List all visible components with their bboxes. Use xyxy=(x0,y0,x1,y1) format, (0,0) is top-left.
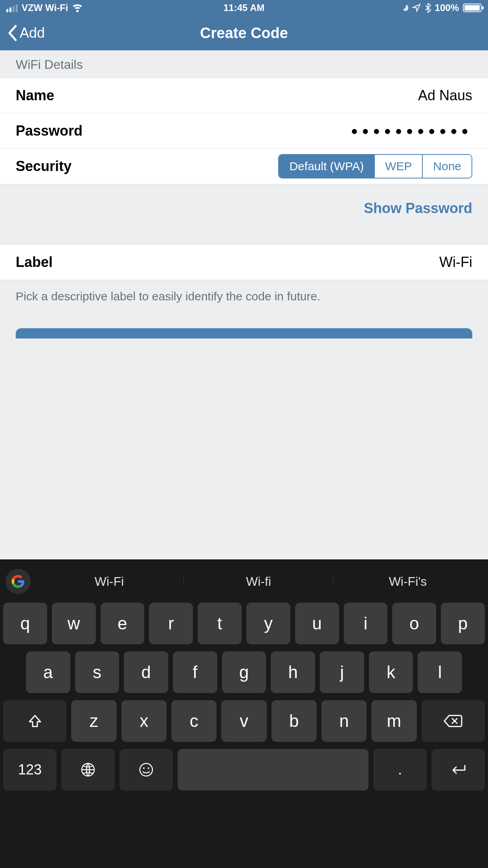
suggestion-2[interactable]: Wi-fi xyxy=(184,574,333,589)
label-help-text: Pick a descriptive label to easily ident… xyxy=(0,280,488,328)
key-k[interactable]: k xyxy=(369,651,413,693)
battery-percent: 100% xyxy=(435,2,459,13)
location-icon xyxy=(412,4,421,12)
keyboard-row-1: qwertyuiop xyxy=(3,603,485,644)
create-button[interactable] xyxy=(16,328,472,338)
name-label: Name xyxy=(16,87,54,104)
key-e[interactable]: e xyxy=(101,603,145,644)
key-q[interactable]: q xyxy=(3,603,47,644)
security-row: Security Default (WPA) WEP None xyxy=(0,149,488,184)
label-row[interactable]: Label Wi-Fi xyxy=(0,245,488,280)
name-value: Ad Naus xyxy=(418,87,472,104)
battery-icon xyxy=(463,4,482,12)
numbers-key[interactable]: 123 xyxy=(3,749,57,791)
key-x[interactable]: x xyxy=(121,700,167,742)
password-label: Password xyxy=(16,123,83,139)
bluetooth-icon xyxy=(425,3,431,13)
wifi-icon xyxy=(72,4,83,12)
chevron-left-icon xyxy=(7,24,18,42)
key-u[interactable]: u xyxy=(295,603,339,644)
google-icon[interactable] xyxy=(6,569,31,594)
key-l[interactable]: l xyxy=(418,651,462,693)
key-r[interactable]: r xyxy=(149,603,193,644)
security-option-none[interactable]: None xyxy=(422,155,471,178)
key-p[interactable]: p xyxy=(441,603,485,644)
key-d[interactable]: d xyxy=(124,651,168,693)
enter-key[interactable] xyxy=(431,749,485,791)
password-row[interactable]: Password ●●●●●●●●●●● xyxy=(0,113,488,149)
key-m[interactable]: m xyxy=(371,700,416,742)
password-value: ●●●●●●●●●●● xyxy=(351,124,472,138)
svg-point-1 xyxy=(140,763,152,776)
keyboard-row-4: 123 . xyxy=(3,749,485,791)
cell-signal-icon xyxy=(6,4,18,12)
keyboard: Wi-Fi Wi-fi Wi-Fi's qwertyuiop asdfghjkl… xyxy=(0,559,488,868)
back-button[interactable]: Add xyxy=(0,24,45,42)
key-s[interactable]: s xyxy=(75,651,119,693)
name-row[interactable]: Name Ad Naus xyxy=(0,78,488,113)
backspace-key[interactable] xyxy=(422,700,485,742)
svg-point-3 xyxy=(148,767,149,769)
key-h[interactable]: h xyxy=(271,651,315,693)
key-v[interactable]: v xyxy=(221,700,266,742)
key-n[interactable]: n xyxy=(321,700,367,742)
period-key[interactable]: . xyxy=(373,749,427,791)
suggestion-bar: Wi-Fi Wi-fi Wi-Fi's xyxy=(0,563,488,600)
key-a[interactable]: a xyxy=(26,651,70,693)
security-option-wpa[interactable]: Default (WPA) xyxy=(279,155,374,178)
shift-key[interactable] xyxy=(3,700,66,742)
security-label: Security xyxy=(16,158,72,175)
security-option-wep[interactable]: WEP xyxy=(374,155,422,178)
page-title: Create Code xyxy=(200,25,288,42)
show-password-link[interactable]: Show Password xyxy=(364,200,472,216)
security-segmented: Default (WPA) WEP None xyxy=(278,154,472,178)
emoji-key[interactable] xyxy=(119,749,173,791)
status-time: 11:45 AM xyxy=(224,2,264,13)
key-z[interactable]: z xyxy=(71,700,116,742)
carrier-label: VZW Wi-Fi xyxy=(22,2,68,13)
do-not-disturb-icon xyxy=(400,4,408,12)
label-label: Label xyxy=(16,254,53,270)
key-y[interactable]: y xyxy=(246,603,290,644)
wifi-details-group: Name Ad Naus Password ●●●●●●●●●●● Securi… xyxy=(0,77,488,184)
key-b[interactable]: b xyxy=(272,700,317,742)
suggestion-3[interactable]: Wi-Fi's xyxy=(333,574,482,589)
label-value: Wi-Fi xyxy=(439,254,472,270)
key-g[interactable]: g xyxy=(222,651,266,693)
key-o[interactable]: o xyxy=(392,603,436,644)
back-label: Add xyxy=(20,25,45,41)
keyboard-row-2: asdfghjkl xyxy=(3,651,485,693)
space-key[interactable] xyxy=(178,749,369,791)
suggestion-1[interactable]: Wi-Fi xyxy=(35,574,184,589)
key-t[interactable]: t xyxy=(198,603,242,644)
key-c[interactable]: c xyxy=(171,700,216,742)
key-w[interactable]: w xyxy=(52,603,96,644)
label-group: Label Wi-Fi xyxy=(0,244,488,280)
key-f[interactable]: f xyxy=(173,651,217,693)
keyboard-row-3: zxcvbnm xyxy=(3,700,485,742)
key-i[interactable]: i xyxy=(344,603,388,644)
status-bar: VZW Wi-Fi 11:45 AM 100% xyxy=(0,0,488,16)
svg-point-2 xyxy=(143,767,145,769)
globe-key[interactable] xyxy=(61,749,115,791)
section-header-wifi: WiFi Details xyxy=(0,50,488,77)
navigation-bar: Add Create Code xyxy=(0,16,488,50)
key-j[interactable]: j xyxy=(320,651,364,693)
